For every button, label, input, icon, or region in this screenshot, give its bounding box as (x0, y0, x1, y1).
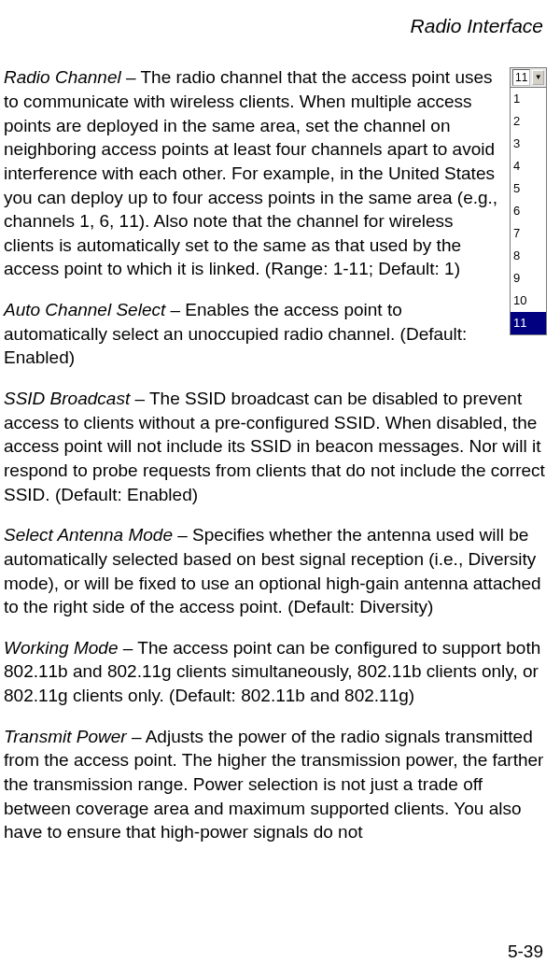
channel-option[interactable]: 3 (511, 133, 546, 155)
channel-dropdown-value: 11 (512, 69, 530, 86)
term-ssid-broadcast: SSID Broadcast (4, 389, 130, 408)
channel-option[interactable]: 7 (511, 222, 546, 245)
paragraph-transmit-power: Transmit Power – Adjusts the power of th… (4, 725, 547, 844)
channel-dropdown-list[interactable]: 1 2 3 4 5 6 7 8 9 10 11 (510, 88, 547, 335)
channel-option[interactable]: 5 (511, 177, 546, 200)
channel-option[interactable]: 1 (511, 88, 546, 110)
channel-dropdown[interactable]: 11 ▼ (510, 67, 547, 88)
paragraph-radio-channel: Radio Channel – The radio channel that t… (4, 65, 547, 281)
term-transmit-power: Transmit Power (4, 727, 127, 746)
channel-option[interactable]: 9 (511, 267, 546, 290)
paragraph-auto-channel-select: Auto Channel Select – Enables the access… (4, 298, 547, 370)
term-radio-channel: Radio Channel (4, 67, 121, 87)
content-area: 11 ▼ 1 2 3 4 5 6 7 8 9 10 11 Radio Chann… (4, 65, 547, 861)
channel-option[interactable]: 2 (511, 110, 546, 133)
term-select-antenna-mode: Select Antenna Mode (4, 525, 173, 545)
page-header: Radio Interface (4, 13, 547, 39)
channel-option[interactable]: 4 (511, 155, 546, 177)
header-title: Radio Interface (411, 15, 543, 36)
body-radio-channel: – The radio channel that the access poin… (4, 67, 497, 278)
paragraph-select-antenna-mode: Select Antenna Mode – Specifies whether … (4, 523, 547, 619)
channel-option-selected[interactable]: 11 (511, 312, 546, 334)
channel-option[interactable]: 6 (511, 200, 546, 222)
page-number: 5-39 (508, 940, 543, 964)
term-working-mode: Working Mode (4, 638, 119, 658)
channel-option[interactable]: 10 (511, 290, 546, 312)
paragraph-ssid-broadcast: SSID Broadcast – The SSID broadcast can … (4, 387, 547, 506)
term-auto-channel-select: Auto Channel Select (4, 300, 165, 319)
channel-option[interactable]: 8 (511, 245, 546, 267)
paragraph-working-mode: Working Mode – The access point can be c… (4, 636, 547, 708)
chevron-down-icon[interactable]: ▼ (532, 70, 544, 85)
channel-dropdown-widget: 11 ▼ 1 2 3 4 5 6 7 8 9 10 11 (510, 67, 547, 335)
